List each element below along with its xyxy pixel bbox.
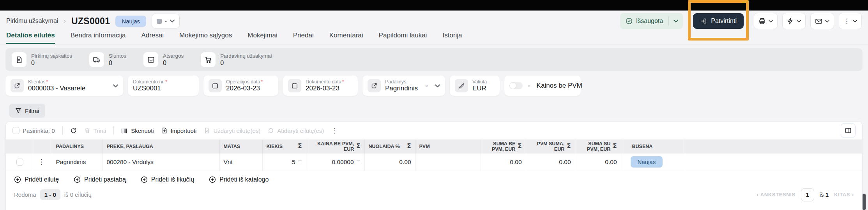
- cell-pvm-suma[interactable]: 0.00: [526, 154, 575, 171]
- sum-icon[interactable]: Σ: [613, 143, 617, 150]
- prices-without-vat-toggle[interactable]: × Kainos be PVM: [504, 76, 581, 96]
- close-lines-button[interactable]: Uždaryti eilutę(es): [204, 127, 260, 134]
- header-pvm[interactable]: PVM: [415, 139, 481, 154]
- kebab-icon: ⋮: [843, 17, 850, 25]
- currency-field[interactable]: Valiuta EUR: [450, 76, 500, 96]
- add-actions-row: Pridėti eilutę Pridėti pastabą Pridėti i…: [6, 171, 862, 187]
- refresh-button[interactable]: [70, 127, 77, 134]
- sum-icon[interactable]: Σ: [356, 143, 360, 150]
- saved-split-button[interactable]: Išsaugota: [620, 13, 683, 29]
- breadcrumb-root[interactable]: Pirkimų užsakymai: [6, 18, 58, 25]
- tab-adresai[interactable]: Adresai: [141, 32, 164, 44]
- cell-suma-su-pvm[interactable]: 0.00: [575, 154, 621, 171]
- chevron-down-icon[interactable]: [435, 84, 440, 88]
- submit-box-icon: [700, 18, 707, 25]
- operation-date-field[interactable]: Operacijos data* 2026-03-23: [203, 76, 278, 96]
- row-checkbox[interactable]: [16, 159, 23, 166]
- total-pages: 1: [826, 191, 829, 198]
- selected-count: Pasirinkta: 0: [23, 127, 55, 134]
- column-settings-button[interactable]: [841, 123, 856, 138]
- stat-value: 0: [220, 60, 272, 67]
- select-all-control[interactable]: Pasirinkta: 0: [12, 127, 55, 134]
- chevron-down-icon[interactable]: [113, 84, 118, 88]
- add-note-button[interactable]: Pridėti pastabą: [74, 176, 126, 183]
- stat-inventory[interactable]: Atsargos 0: [143, 52, 184, 67]
- variant-swatch-icon: [157, 19, 162, 24]
- row-menu-cell: ⋮: [34, 154, 52, 171]
- import-button[interactable]: Importuoti: [161, 127, 197, 134]
- confirm-button[interactable]: Patvirtinti: [693, 13, 744, 29]
- header-kaina-be-pvm[interactable]: KAINA BE PVM, EURΣ: [306, 139, 364, 154]
- tab-mokejimo-salygos[interactable]: Mokėjimo sąlygos: [179, 32, 232, 44]
- tab-istorija[interactable]: Istorija: [442, 32, 462, 44]
- document-number-field[interactable]: Dokumento nr.* UZS0001: [128, 76, 199, 96]
- cell-preke[interactable]: 000280 - Virdulys: [103, 154, 219, 171]
- current-page-input[interactable]: 1: [801, 188, 814, 201]
- sum-icon[interactable]: Σ: [518, 143, 522, 150]
- client-field[interactable]: Klientas* 0000003 - Vasarelė: [5, 76, 123, 96]
- header-matas[interactable]: MATAS: [219, 139, 262, 154]
- breadcrumb-separator: ›: [64, 17, 66, 25]
- row-kebab-icon[interactable]: ⋮: [38, 158, 45, 166]
- stat-sales-orders[interactable]: Pardavimų užsakymai 0: [201, 52, 272, 67]
- saved-dropdown-toggle[interactable]: [669, 19, 683, 23]
- vertical-scrollbar-thumb[interactable]: [863, 194, 866, 210]
- filters-button[interactable]: Filtrai: [9, 104, 45, 118]
- actions-dropdown-button[interactable]: [782, 13, 806, 29]
- add-from-catalog-button[interactable]: Pridėti iš katalogo: [209, 176, 269, 183]
- header-padalinys[interactable]: PADALINYS: [52, 139, 103, 154]
- header-busena[interactable]: BŪSENA: [621, 139, 685, 154]
- divider: [62, 126, 63, 135]
- cell-nuolaida[interactable]: 0.00: [364, 154, 415, 171]
- required-mark: *: [46, 79, 48, 85]
- tab-priedai[interactable]: Priedai: [293, 32, 314, 44]
- header-kiekis[interactable]: KIEKISΣ: [262, 139, 306, 154]
- plus-circle-icon: [209, 176, 216, 183]
- header-nuolaida[interactable]: NUOLAIDA %Σ: [364, 139, 415, 154]
- cell-matas[interactable]: Vnt: [219, 154, 262, 171]
- toggle-switch[interactable]: [509, 82, 523, 89]
- stat-label: Pardavimų užsakymai: [220, 53, 272, 59]
- add-from-stock-button[interactable]: Pridėti iš likučių: [141, 176, 194, 183]
- tab-bendra-informacija[interactable]: Bendra informacija: [71, 32, 126, 44]
- delete-button[interactable]: Trinti: [84, 127, 106, 134]
- tab-papildomi-laukai[interactable]: Papildomi laukai: [379, 32, 427, 44]
- sum-icon[interactable]: Σ: [407, 143, 411, 150]
- toolbar-more-button[interactable]: ⋮: [331, 127, 338, 135]
- close-lines-label: Uždaryti eilutę(es): [213, 127, 260, 134]
- cell-pvm[interactable]: [415, 154, 481, 171]
- status-badge: Naujas: [115, 16, 146, 27]
- select-all-checkbox[interactable]: [12, 127, 19, 134]
- document-date-field[interactable]: Dokumento data* 2026-03-23: [283, 76, 358, 96]
- previous-page-button[interactable]: ‹ ANKSTESNIS: [757, 192, 796, 198]
- print-dropdown-button[interactable]: [754, 13, 778, 29]
- department-field[interactable]: Padalinys Pagrindinis ×: [362, 76, 445, 96]
- add-line-button[interactable]: Pridėti eilutę: [14, 176, 59, 183]
- clear-icon[interactable]: ×: [425, 83, 428, 89]
- email-dropdown-button[interactable]: [810, 13, 834, 29]
- cell-suma-be-pvm[interactable]: 0.00: [481, 154, 526, 171]
- external-link-icon: [368, 79, 381, 92]
- header-preke-paslauga[interactable]: PREKĖ, PASLAUGA: [103, 139, 219, 154]
- funnel-icon: [15, 108, 21, 114]
- view-variant-dropdown[interactable]: -: [152, 14, 180, 28]
- header-suma-su-pvm[interactable]: SUMA SU PVM, EURΣ: [575, 139, 621, 154]
- table-row[interactable]: ⋮ Pagrindinis 000280 - Virdulys Vnt 5 0.…: [6, 154, 862, 171]
- header-pvm-suma[interactable]: PVM SUMA, EURΣ: [526, 139, 575, 154]
- stat-shipments[interactable]: Siuntos 0: [89, 52, 126, 67]
- tab-mokejimai[interactable]: Mokėjimai: [247, 32, 278, 44]
- tab-detalios-eilutes[interactable]: Detalios eilutės: [6, 32, 55, 44]
- more-menu-button[interactable]: ⋮: [839, 13, 862, 29]
- next-page-button[interactable]: KITAS ›: [834, 192, 854, 198]
- stat-purchase-invoices[interactable]: Pirkimų sąskaitos 0: [12, 52, 72, 67]
- cell-kaina-be-pvm[interactable]: 0.00000: [306, 154, 364, 171]
- tab-komentarai[interactable]: Komentarai: [329, 32, 363, 44]
- header-suma-be-pvm[interactable]: SUMA BE PVM, EURΣ: [481, 139, 526, 154]
- add-line-label: Pridėti eilutę: [25, 176, 59, 183]
- cell-padalinys[interactable]: Pagrindinis: [52, 154, 103, 171]
- scan-button[interactable]: Skenuoti: [121, 127, 154, 134]
- sum-icon[interactable]: Σ: [298, 143, 302, 150]
- cell-kiekis[interactable]: 5: [262, 154, 306, 171]
- open-lines-button[interactable]: Atidaryti eilutę(es): [268, 127, 324, 134]
- sum-icon[interactable]: Σ: [567, 143, 571, 150]
